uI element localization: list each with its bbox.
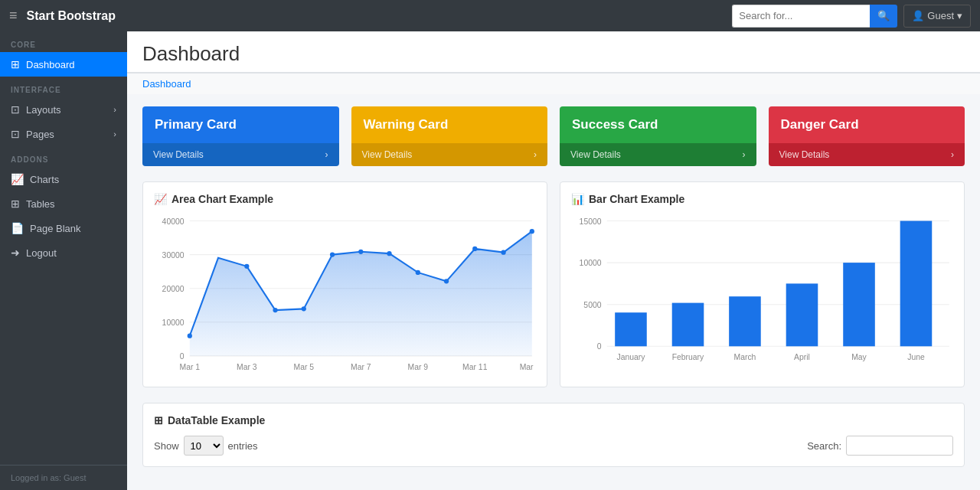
- user-icon: 👤: [912, 10, 924, 21]
- bar-march: [729, 296, 761, 346]
- datatable-search: Search:: [807, 436, 953, 456]
- bar-january: [615, 312, 647, 346]
- svg-point-14: [302, 306, 306, 311]
- sidebar-item-layouts[interactable]: ⊡ Layouts ›: [0, 97, 127, 122]
- chevron-right-icon: ›: [113, 105, 116, 114]
- svg-point-22: [530, 229, 534, 234]
- bar-chart-panel: 📊 Bar Chart Example 15000 10000 5000 0: [560, 181, 965, 387]
- svg-point-19: [444, 279, 449, 283]
- sidebar-item-label: Logout: [26, 247, 57, 259]
- card-success-link[interactable]: View Details ›: [560, 143, 756, 166]
- chevron-right-icon: ›: [534, 149, 537, 160]
- svg-point-16: [358, 250, 363, 254]
- page-blank-icon: 📄: [11, 222, 24, 234]
- svg-text:30000: 30000: [162, 251, 185, 260]
- svg-point-11: [188, 334, 192, 338]
- sidebar-section-interface: INTERFACE: [0, 77, 127, 97]
- svg-point-20: [472, 247, 477, 251]
- user-menu-button[interactable]: 👤 Guest ▾: [903, 5, 971, 28]
- entries-label: entries: [228, 440, 258, 452]
- svg-point-18: [416, 270, 420, 275]
- bar-february: [672, 303, 704, 347]
- sidebar: CORE ⊞ Dashboard INTERFACE ⊡ Layouts › ⊡…: [0, 31, 127, 490]
- datatable-search-input[interactable]: [846, 436, 953, 456]
- sidebar-item-label: Page Blank: [30, 223, 81, 234]
- datatable-panel: ⊞ DataTable Example Show 10 25 50 100 en…: [142, 403, 965, 467]
- sidebar-item-charts[interactable]: 📈 Charts: [0, 167, 127, 191]
- chevron-down-icon: ▾: [957, 10, 962, 21]
- area-chart-panel: 📈 Area Chart Example 40000 30000 20000: [142, 181, 547, 387]
- svg-text:February: February: [672, 353, 704, 361]
- search-input[interactable]: [732, 5, 870, 28]
- area-chart-title: 📈 Area Chart Example: [154, 193, 536, 205]
- sidebar-item-dashboard[interactable]: ⊞ Dashboard: [0, 52, 127, 77]
- svg-text:May: May: [851, 353, 867, 361]
- search-icon: 🔍: [877, 10, 890, 21]
- card-primary-link[interactable]: View Details ›: [142, 143, 339, 166]
- bar-june: [900, 221, 933, 347]
- search-button[interactable]: 🔍: [870, 5, 897, 28]
- sidebar-item-label: Dashboard: [26, 59, 75, 70]
- sidebar-item-logout[interactable]: ➜ Logout: [0, 240, 127, 265]
- svg-text:40000: 40000: [162, 217, 185, 226]
- tables-icon: ⊞: [11, 198, 20, 210]
- svg-point-15: [330, 252, 335, 256]
- sidebar-item-label: Layouts: [26, 104, 61, 116]
- app-body: CORE ⊞ Dashboard INTERFACE ⊡ Layouts › ⊡…: [0, 31, 980, 490]
- svg-text:Mar 11: Mar 11: [462, 363, 488, 371]
- logout-icon: ➜: [11, 247, 20, 259]
- svg-text:0: 0: [597, 342, 602, 351]
- svg-point-21: [501, 250, 505, 255]
- area-chart-svg: 40000 30000 20000 10000 0: [154, 213, 536, 374]
- card-warning: Warning Card View Details ›: [351, 106, 548, 166]
- main-content: Dashboard Dashboard Primary Card View De…: [127, 31, 980, 490]
- search-form: 🔍: [732, 5, 897, 28]
- bar-chart-icon: 📊: [571, 193, 584, 205]
- brand-logo[interactable]: Start Bootstrap: [27, 9, 116, 23]
- chevron-right-icon: ›: [325, 149, 328, 160]
- sidebar-item-tables[interactable]: ⊞ Tables: [0, 191, 127, 216]
- chevron-right-icon: ›: [113, 129, 116, 139]
- chevron-right-icon: ›: [951, 149, 954, 160]
- show-label: Show: [154, 440, 179, 452]
- card-success-title: Success Card: [560, 106, 756, 143]
- svg-text:20000: 20000: [162, 285, 185, 293]
- sidebar-item-page-blank[interactable]: 📄 Page Blank: [0, 216, 127, 240]
- svg-text:Mar 3: Mar 3: [237, 363, 257, 371]
- svg-text:Mar 1: Mar 1: [180, 363, 201, 371]
- svg-text:0: 0: [180, 352, 185, 361]
- card-warning-link[interactable]: View Details ›: [351, 143, 548, 166]
- entries-select[interactable]: 10 25 50 100: [184, 436, 224, 456]
- charts-row: 📈 Area Chart Example 40000 30000 20000: [142, 181, 965, 387]
- sidebar-item-pages[interactable]: ⊡ Pages ›: [0, 122, 127, 146]
- charts-icon: 📈: [11, 173, 24, 185]
- svg-point-17: [387, 251, 391, 256]
- svg-text:Mar 7: Mar 7: [351, 363, 371, 371]
- layouts-icon: ⊡: [11, 103, 20, 116]
- card-danger: Danger Card View Details ›: [769, 106, 965, 166]
- svg-text:10000: 10000: [580, 259, 602, 267]
- card-success: Success Card View Details ›: [560, 106, 756, 166]
- sidebar-item-label: Charts: [30, 174, 59, 185]
- svg-text:April: April: [794, 353, 810, 361]
- datatable-title: ⊞ DataTable Example: [154, 414, 953, 426]
- sidebar-item-label: Pages: [26, 129, 54, 140]
- svg-text:10000: 10000: [162, 318, 185, 327]
- card-danger-link[interactable]: View Details ›: [769, 143, 965, 166]
- search-label: Search:: [807, 440, 841, 452]
- sidebar-toggle-button[interactable]: ≡: [9, 8, 18, 24]
- datatable-controls: Show 10 25 50 100 entries Search:: [154, 436, 953, 456]
- card-danger-title: Danger Card: [769, 106, 965, 143]
- bar-chart-title: 📊 Bar Chart Example: [571, 193, 953, 205]
- chevron-right-icon: ›: [743, 149, 746, 160]
- svg-text:15000: 15000: [580, 217, 602, 226]
- bar-chart-svg: 15000 10000 5000 0 January February: [571, 213, 953, 374]
- svg-point-13: [273, 308, 277, 312]
- content-body: Primary Card View Details › Warning Card…: [127, 94, 980, 479]
- user-label: Guest: [927, 10, 954, 21]
- sidebar-section-addons: ADDONS: [0, 146, 127, 167]
- bar-april: [786, 283, 818, 346]
- dashboard-icon: ⊞: [11, 58, 20, 70]
- area-chart-icon: 📈: [154, 193, 167, 205]
- svg-text:January: January: [616, 353, 645, 361]
